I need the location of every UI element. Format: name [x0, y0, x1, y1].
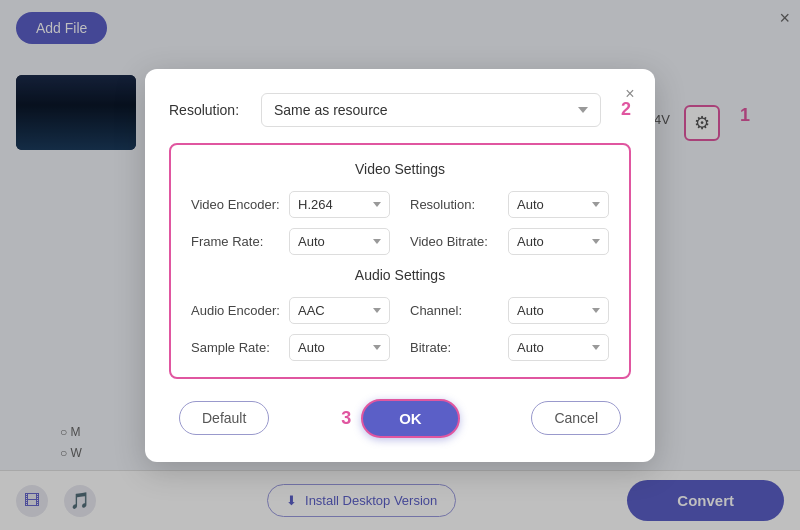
video-encoder-label: Video Encoder: [191, 197, 281, 212]
video-bitrate-label: Video Bitrate: [410, 234, 500, 249]
channel-label: Channel: [410, 303, 500, 318]
sample-rate-row: Sample Rate: Auto [191, 334, 390, 361]
video-bitrate-select[interactable]: Auto [508, 228, 609, 255]
audio-encoder-label: Audio Encoder: [191, 303, 281, 318]
dialog-buttons: Default 3 OK Cancel [169, 399, 631, 438]
video-bitrate-row: Video Bitrate: Auto [410, 228, 609, 255]
bitrate-label: Bitrate: [410, 340, 500, 355]
resolution-sub-label: Resolution: [410, 197, 500, 212]
audio-encoder-select[interactable]: AAC [289, 297, 390, 324]
audio-encoder-row: Audio Encoder: AAC [191, 297, 390, 324]
dialog-close-button[interactable]: × [619, 83, 641, 105]
dialog-close-icon: × [625, 85, 634, 103]
video-settings-title: Video Settings [191, 161, 609, 177]
audio-settings-title: Audio Settings [191, 267, 609, 283]
resolution-select[interactable]: Same as resource [261, 93, 601, 127]
settings-box: Video Settings Video Encoder: H.264 Reso… [169, 143, 631, 379]
app-background: × Add File M4V ⚙ 1 ○ M ○ W 🎞 🎵 ⬇ Install… [0, 0, 800, 530]
bitrate-row: Bitrate: Auto [410, 334, 609, 361]
audio-settings-grid: Audio Encoder: AAC Channel: Auto [191, 297, 609, 361]
resolution-label: Resolution: [169, 102, 249, 118]
ok-btn-wrap: 3 OK [341, 399, 460, 438]
frame-rate-row: Frame Rate: Auto [191, 228, 390, 255]
frame-rate-label: Frame Rate: [191, 234, 281, 249]
resolution-sub-row: Resolution: Auto [410, 191, 609, 218]
sample-rate-label: Sample Rate: [191, 340, 281, 355]
cancel-button[interactable]: Cancel [531, 401, 621, 435]
sample-rate-select[interactable]: Auto [289, 334, 390, 361]
settings-dialog: × Resolution: Same as resource 2 Video S… [145, 69, 655, 462]
resolution-row: Resolution: Same as resource 2 [169, 93, 631, 127]
modal-overlay: × Resolution: Same as resource 2 Video S… [0, 0, 800, 530]
channel-row: Channel: Auto [410, 297, 609, 324]
ok-badge: 3 [341, 408, 351, 429]
channel-select[interactable]: Auto [508, 297, 609, 324]
ok-button[interactable]: OK [361, 399, 460, 438]
video-encoder-select[interactable]: H.264 [289, 191, 390, 218]
resolution-sub-select[interactable]: Auto [508, 191, 609, 218]
frame-rate-select[interactable]: Auto [289, 228, 390, 255]
video-encoder-row: Video Encoder: H.264 [191, 191, 390, 218]
default-button[interactable]: Default [179, 401, 269, 435]
video-settings-grid: Video Encoder: H.264 Resolution: Auto [191, 191, 609, 255]
bitrate-select[interactable]: Auto [508, 334, 609, 361]
